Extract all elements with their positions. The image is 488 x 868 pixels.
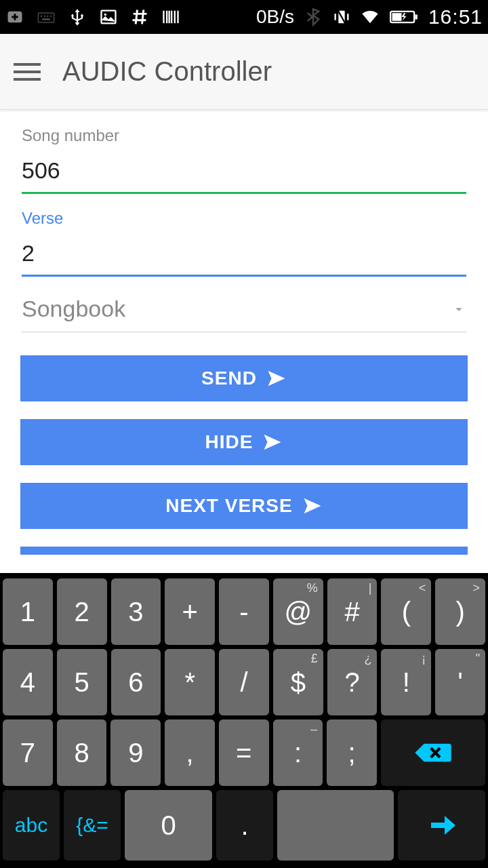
- soft-keyboard: 123+-@%#|(<)> 456*/$£?¿!¡'" 789,=:–; abc…: [0, 573, 488, 868]
- key-2[interactable]: 2: [57, 578, 107, 645]
- key-8[interactable]: 8: [57, 719, 107, 786]
- kb-row-4: abc {&= 0 .: [3, 790, 485, 861]
- svg-point-3: [44, 16, 45, 17]
- svg-rect-1: [38, 13, 54, 22]
- clock: 16:51: [428, 5, 483, 28]
- arrow-right-icon: [426, 809, 458, 842]
- hash-icon: [130, 7, 149, 26]
- key-:[interactable]: :–: [273, 719, 323, 786]
- key-1[interactable]: 1: [3, 578, 53, 645]
- key-symbols[interactable]: {&=: [64, 790, 121, 861]
- song-number-input[interactable]: 506: [22, 157, 466, 192]
- key-)[interactable]: )>: [435, 578, 485, 645]
- app-bar: AUDIC Controller: [0, 34, 488, 110]
- wifi-icon: [361, 7, 380, 26]
- key-abc[interactable]: abc: [3, 790, 60, 861]
- key-;[interactable]: ;: [327, 719, 377, 786]
- key-+[interactable]: +: [165, 578, 215, 645]
- key-/[interactable]: /: [219, 649, 269, 715]
- menu-icon[interactable]: [14, 57, 43, 87]
- songbook-dropdown[interactable]: Songbook: [22, 277, 466, 332]
- vibrate-icon: [332, 7, 351, 26]
- key-![interactable]: !¡: [381, 649, 431, 715]
- key-space[interactable]: [277, 790, 394, 861]
- keyboard-status-icon: [37, 7, 56, 26]
- key-,[interactable]: ,: [165, 719, 215, 786]
- key-dot[interactable]: .: [216, 790, 273, 861]
- key-6[interactable]: 6: [111, 649, 161, 715]
- svg-rect-13: [392, 13, 401, 21]
- svg-point-8: [104, 14, 107, 16]
- status-left: [5, 7, 180, 26]
- status-right: 0B/s 16:51: [256, 5, 483, 28]
- chevron-down-icon: [451, 302, 466, 317]
- key-enter[interactable]: [398, 790, 485, 861]
- partial-button[interactable]: [20, 547, 468, 555]
- key--[interactable]: -: [219, 578, 269, 645]
- plus-box-icon: [5, 7, 24, 26]
- usb-icon: [68, 7, 87, 26]
- songbook-placeholder: Songbook: [22, 296, 451, 322]
- kb-row-2: 456*/$£?¿!¡'": [3, 649, 485, 715]
- verse-input[interactable]: 2: [22, 240, 466, 275]
- hide-label: HIDE: [205, 431, 253, 453]
- kb-row-3: 789,=:–;: [3, 719, 485, 786]
- svg-rect-12: [415, 15, 418, 20]
- key-?[interactable]: ?¿: [327, 649, 378, 715]
- key-'[interactable]: '": [435, 649, 485, 715]
- send-icon: [262, 432, 283, 452]
- svg-point-5: [50, 16, 52, 17]
- key-@[interactable]: @%: [273, 578, 323, 645]
- data-rate: 0B/s: [256, 6, 294, 28]
- svg-rect-6: [42, 18, 50, 20]
- kb-row-1: 123+-@%#|(<)>: [3, 578, 485, 645]
- svg-point-4: [47, 16, 48, 17]
- barcode-icon: [161, 7, 180, 26]
- next-verse-button[interactable]: NEXT VERSE: [20, 483, 468, 529]
- button-stack: SEND HIDE NEXT VERSE: [20, 332, 468, 555]
- song-number-label: Song number: [22, 126, 466, 145]
- status-bar: 0B/s 16:51: [0, 0, 488, 34]
- next-verse-label: NEXT VERSE: [165, 495, 292, 517]
- key-0[interactable]: 0: [125, 790, 212, 861]
- send-label: SEND: [201, 368, 257, 389]
- key-3[interactable]: 3: [111, 578, 161, 645]
- key-#[interactable]: #|: [327, 578, 378, 645]
- svg-point-2: [41, 16, 42, 17]
- send-button[interactable]: SEND: [20, 355, 468, 401]
- key-([interactable]: (<: [381, 578, 431, 645]
- backspace-icon: [413, 739, 453, 766]
- hide-button[interactable]: HIDE: [20, 419, 468, 465]
- key-=[interactable]: =: [219, 719, 269, 786]
- image-icon: [99, 7, 118, 26]
- song-number-field[interactable]: Song number 506: [22, 117, 466, 194]
- key-$[interactable]: $£: [273, 649, 323, 715]
- key-*[interactable]: *: [165, 649, 215, 715]
- bluetooth-icon: [304, 7, 323, 26]
- key-4[interactable]: 4: [3, 649, 53, 715]
- verse-label: Verse: [22, 209, 466, 228]
- send-icon: [302, 496, 323, 516]
- verse-field[interactable]: Verse 2: [22, 194, 466, 277]
- key-7[interactable]: 7: [3, 719, 53, 786]
- key-backspace[interactable]: [381, 719, 485, 786]
- battery-charging-icon: [389, 7, 419, 26]
- key-9[interactable]: 9: [110, 719, 161, 786]
- send-icon: [266, 368, 287, 389]
- content-area: Song number 506 Verse 2 Songbook SEND HI…: [0, 110, 488, 555]
- app-title: AUDIC Controller: [62, 56, 272, 87]
- key-5[interactable]: 5: [57, 649, 107, 715]
